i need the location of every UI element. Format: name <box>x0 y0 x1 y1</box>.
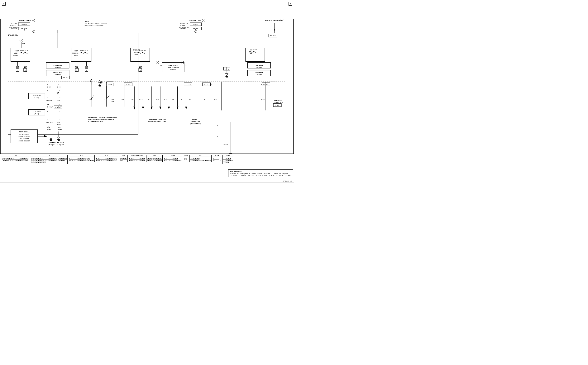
svg-text:19 C-311: 19 C-311 <box>185 84 191 85</box>
svg-text:8 C-301: 8 C-301 <box>63 77 68 79</box>
svg-text:<F>: <F> <box>111 98 114 100</box>
svg-text:6: 6 <box>228 68 229 70</box>
svg-rect-141 <box>226 77 228 77</box>
svg-rect-107 <box>50 139 52 140</box>
svg-text:CIRCUIT: CIRCUIT <box>256 66 262 68</box>
svg-text:★2 : VEHICLES WITH ASC: ★2 : VEHICLES WITH ASC <box>85 25 103 27</box>
svg-text:<F>10R: <F>10R <box>21 28 27 29</box>
svg-text:(R-B): (R-B) <box>57 123 61 125</box>
svg-rect-24 <box>16 67 19 68</box>
svg-text:20: 20 <box>59 103 60 105</box>
svg-text:B: B <box>217 124 218 126</box>
svg-text:DOOR: DOOR <box>14 50 19 52</box>
svg-text:Y: Y <box>104 98 105 100</box>
svg-text:<T>(Y-G): <T>(Y-G) <box>46 121 53 123</box>
svg-text:FUSIBLE LINK: FUSIBLE LINK <box>19 20 31 22</box>
svg-text:NOTE: NOTE <box>85 20 89 22</box>
svg-text:1: 1 <box>195 31 196 32</box>
connector-c04: C-04 1 2 3 4 5 6 7 8 9 10 11 12 13 <box>96 155 118 162</box>
svg-text:UNLOCK: UNLOCK <box>72 52 79 54</box>
svg-rect-140 <box>225 76 228 77</box>
wire-color-code: Wire colour code B : Black LG : Light gr… <box>228 169 293 177</box>
svg-marker-265 <box>185 106 187 109</box>
svg-text:4: 4 <box>140 70 141 71</box>
svg-text:SYSTEM: SYSTEM <box>11 28 17 30</box>
svg-text:5: 5 <box>47 111 48 113</box>
svg-text:J/C (CAN2): J/C (CAN2) <box>33 94 41 96</box>
svg-text:C-127: C-127 <box>275 104 279 106</box>
svg-text:TURN-SIGNAL: TURN-SIGNAL <box>168 65 178 66</box>
svg-text:16: 16 <box>59 111 60 113</box>
document-reference: H7G11E04AC <box>283 180 292 182</box>
svg-text:<F>2B: <F>2B <box>223 144 228 145</box>
svg-text:7: 7 <box>47 90 48 91</box>
svg-text:·FRONT WHEEL: ·FRONT WHEEL <box>19 134 29 135</box>
svg-text:CAN DRIVE: CAN DRIVE <box>255 65 263 66</box>
svg-rect-63 <box>139 68 141 68</box>
svg-text:ON: ON <box>144 50 146 51</box>
svg-text:HAZARD WARNING LAMP: HAZARD WARNING LAMP <box>148 121 166 122</box>
svg-text:19: 19 <box>59 97 60 98</box>
svg-text:INTERFACE: INTERFACE <box>53 71 62 73</box>
svg-text:ON: ON <box>255 49 257 50</box>
svg-text:15A: 15A <box>160 65 163 67</box>
svg-text:(C-04): (C-04) <box>34 97 39 98</box>
svg-text:8: 8 <box>58 83 59 85</box>
svg-rect-111 <box>57 139 60 140</box>
svg-rect-43 <box>75 67 78 68</box>
svg-text:6★1: 6★1 <box>58 126 61 128</box>
svg-rect-108 <box>50 140 52 141</box>
svg-text:ILLUMINATION LAMP: ILLUMINATION LAMP <box>88 121 103 123</box>
svg-text:RELAY: RELAY <box>14 54 18 56</box>
connector-c01: C-01 1 2 3 4 5 6 7 8 9 10 11 12 13 <box>69 155 95 162</box>
svg-text:ON: ON <box>26 50 28 51</box>
wiring-diagram: 1 2 <F>10R <F>10R ETACS-ECU 6 <box>0 0 294 182</box>
svg-text:(C-01): (C-01) <box>34 113 39 115</box>
svg-marker-282 <box>90 79 92 82</box>
svg-text:DOOR: DOOR <box>73 50 78 52</box>
svg-text:INTERFACE: INTERFACE <box>255 71 263 73</box>
connector-c37: C-37 1 2 3 4 5 6 <box>119 155 128 162</box>
svg-text:CIRCUIT: CIRCUIT <box>170 69 176 71</box>
svg-rect-44 <box>76 68 78 68</box>
svg-rect-49 <box>85 67 88 68</box>
svg-text:(FOR TRAILER): (FOR TRAILER) <box>190 123 201 125</box>
svg-text:CAN DRIVE: CAN DRIVE <box>54 65 62 66</box>
svg-text:★1 : VEHICLES WITHOUT ASC: ★1 : VEHICLES WITHOUT ASC <box>85 22 106 24</box>
svg-text:(SB): (SB) <box>139 98 142 100</box>
connector-a02: A-02 18 1 2 3 4 5 6 7 8 9 10 11 12 13 <box>1 155 29 162</box>
svg-text:SYSTEM: SYSTEM <box>180 28 186 30</box>
svg-text:19: 19 <box>59 119 60 120</box>
svg-text:IGNITION SWITCH (IG1): IGNITION SWITCH (IG1) <box>265 19 284 21</box>
svg-text:REFER TO: REFER TO <box>180 23 188 25</box>
svg-text:5: 5 <box>182 62 183 63</box>
svg-text:11★2: 11★2 <box>47 128 51 130</box>
svg-text:J/C (CAN3): J/C (CAN3) <box>33 111 41 112</box>
svg-text:ROOM LAMP, LUGGAGE COMPARTMENT: ROOM LAMP, LUGGAGE COMPARTMENT <box>88 117 117 118</box>
svg-text:<T>: <T> <box>57 121 60 123</box>
svg-text:SPEED SENSOR: SPEED SENSOR <box>18 136 30 138</box>
connector-c311: C-311 1 2 3 4 5 10 11 12 13 14 15 16 <box>190 155 212 162</box>
svg-rect-145 <box>99 86 101 87</box>
svg-rect-112 <box>58 140 60 141</box>
svg-text:6: 6 <box>47 97 48 98</box>
svg-text:CIRCUIT: CIRCUIT <box>55 73 61 75</box>
connector-c301: C-301 1 2 3 4 5 6 7 8 9 10 11 12 13 <box>146 155 163 162</box>
svg-text:6: 6 <box>261 83 262 85</box>
svg-text:SPARE: SPARE <box>192 119 197 120</box>
svg-text:POWER: POWER <box>10 25 16 26</box>
svg-text:3: 3 <box>76 70 77 71</box>
svg-text:LAMP AND IGNITION KEY CYLINDER: LAMP AND IGNITION KEY CYLINDER <box>88 119 114 120</box>
svg-text:RELAY: RELAY <box>134 53 139 55</box>
svg-text:15★2: 15★2 <box>58 128 62 130</box>
svg-text:(R): (R) <box>156 98 159 100</box>
svg-text:4 C-301: 4 C-301 <box>263 84 269 85</box>
svg-text:INPUT SIGNAL: INPUT SIGNAL <box>19 131 29 133</box>
svg-text:POWER: POWER <box>180 25 185 26</box>
svg-text:RELAY: RELAY <box>73 54 78 56</box>
svg-text:39: 39 <box>33 20 35 21</box>
svg-text:FUSIBLE LINK: FUSIBLE LINK <box>189 20 201 22</box>
svg-text:6 C-317: 6 C-317 <box>270 35 276 37</box>
svg-text:(W): (W) <box>188 98 191 100</box>
svg-rect-30 <box>24 67 27 68</box>
